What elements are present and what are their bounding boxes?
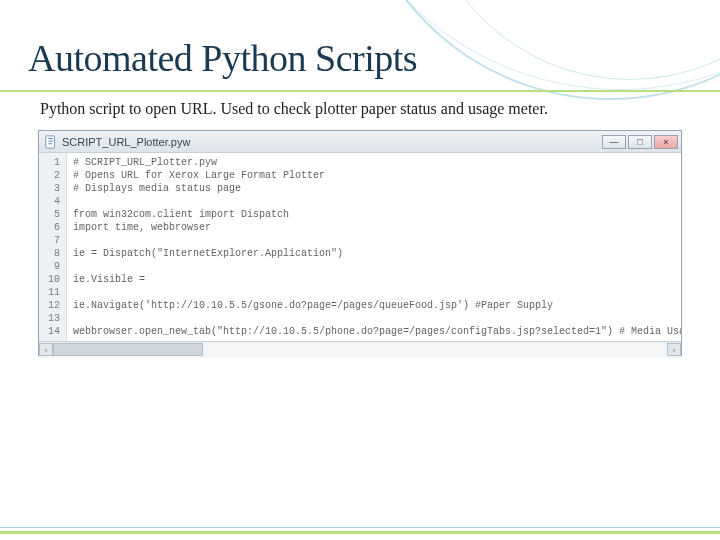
line-number: 5: [39, 208, 66, 221]
title-underline: [0, 90, 720, 92]
minimize-button[interactable]: —: [602, 135, 626, 149]
horizontal-scrollbar[interactable]: ‹ ›: [39, 341, 681, 356]
svg-rect-0: [46, 135, 55, 147]
scroll-right-button[interactable]: ›: [667, 343, 681, 356]
line-number: 6: [39, 221, 66, 234]
scroll-track[interactable]: [53, 343, 667, 356]
decorative-arcs-top: [400, 0, 720, 90]
line-number: 1: [39, 156, 66, 169]
line-number: 2: [39, 169, 66, 182]
code-line: # Opens URL for Xerox Large Format Plott…: [73, 170, 325, 181]
window-title: SCRIPT_URL_Plotter.pyw: [62, 136, 602, 148]
line-number-gutter: 1 2 3 4 5 6 7 8 9 10 11 12 13 14: [39, 153, 67, 341]
decorative-bottom: [0, 512, 720, 540]
code-line: import time, webbrowser: [73, 222, 211, 233]
line-number: 10: [39, 273, 66, 286]
maximize-button[interactable]: □: [628, 135, 652, 149]
code-line: ie.Visible =: [73, 274, 145, 285]
line-number: 11: [39, 286, 66, 299]
line-number: 14: [39, 325, 66, 338]
line-number: 7: [39, 234, 66, 247]
code-line: webbrowser.open_new_tab("http://10.10.5.…: [73, 326, 681, 337]
slide-subtitle: Python script to open URL. Used to check…: [40, 100, 548, 118]
code-line: # SCRIPT_URL_Plotter.pyw: [73, 157, 217, 168]
line-number: 9: [39, 260, 66, 273]
code-line: ie = Dispatch("InternetExplorer.Applicat…: [73, 248, 343, 259]
python-file-icon: [44, 135, 58, 149]
code-editor-window: SCRIPT_URL_Plotter.pyw — □ × 1 2 3 4 5 6…: [38, 130, 682, 356]
window-buttons: — □ ×: [602, 135, 678, 149]
scroll-thumb[interactable]: [53, 343, 203, 356]
line-number: 3: [39, 182, 66, 195]
code-line: ie.Navigate('http://10.10.5.5/gsone.do?p…: [73, 300, 553, 311]
code-line: # Displays media status page: [73, 183, 241, 194]
line-number: 8: [39, 247, 66, 260]
editor-body: 1 2 3 4 5 6 7 8 9 10 11 12 13 14 # SCRIP…: [39, 153, 681, 341]
slide: Automated Python Scripts Python script t…: [0, 0, 720, 540]
line-number: 13: [39, 312, 66, 325]
code-line: from win32com.client import Dispatch: [73, 209, 289, 220]
scroll-left-button[interactable]: ‹: [39, 343, 53, 356]
code-text-area[interactable]: # SCRIPT_URL_Plotter.pyw # Opens URL for…: [67, 153, 681, 341]
slide-title: Automated Python Scripts: [28, 36, 417, 80]
window-titlebar[interactable]: SCRIPT_URL_Plotter.pyw — □ ×: [39, 131, 681, 153]
close-button[interactable]: ×: [654, 135, 678, 149]
line-number: 4: [39, 195, 66, 208]
line-number: 12: [39, 299, 66, 312]
